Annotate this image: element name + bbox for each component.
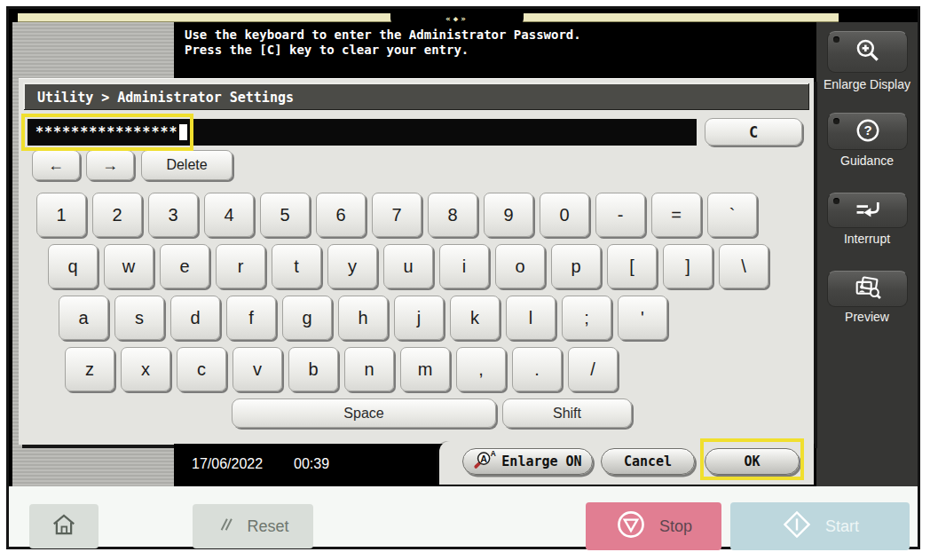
key-n[interactable]: n bbox=[344, 347, 394, 391]
key-w[interactable]: w bbox=[104, 244, 154, 288]
space-key[interactable]: Space bbox=[232, 398, 496, 428]
svg-text:A: A bbox=[491, 449, 496, 458]
message-area: Use the keyboard to enter the Administra… bbox=[174, 22, 815, 78]
clear-key[interactable]: C bbox=[705, 118, 802, 146]
cursor-left-key[interactable]: ← bbox=[32, 150, 80, 180]
key-7[interactable]: 7 bbox=[372, 193, 422, 237]
svg-text:?: ? bbox=[863, 122, 871, 138]
key-l[interactable]: l bbox=[506, 296, 556, 340]
cursor-right-key[interactable]: → bbox=[86, 150, 134, 180]
key-a[interactable]: a bbox=[59, 296, 108, 340]
keyboard-row-asdf: asdfghjkl;' bbox=[59, 296, 667, 340]
breadcrumb: Utility > Administrator Settings bbox=[23, 83, 808, 109]
stop-button[interactable]: Stop bbox=[586, 502, 721, 550]
led-indicator bbox=[833, 118, 839, 124]
enlarge-display-button[interactable] bbox=[827, 31, 908, 73]
key-m[interactable]: m bbox=[400, 347, 450, 391]
key-t[interactable]: t bbox=[272, 244, 321, 288]
reset-button[interactable]: Reset bbox=[193, 504, 313, 548]
password-input[interactable]: **************** bbox=[28, 119, 697, 146]
reset-label: Reset bbox=[247, 517, 288, 536]
ok-button[interactable]: OK bbox=[705, 448, 800, 475]
stop-icon bbox=[615, 509, 647, 545]
key-3[interactable]: 3 bbox=[148, 193, 198, 237]
enlarge-on-label: Enlarge ON bbox=[501, 454, 581, 469]
key-8[interactable]: 8 bbox=[428, 193, 477, 237]
enlarge-on-button[interactable]: AA Enlarge ON bbox=[462, 448, 593, 475]
key-`[interactable]: ` bbox=[707, 193, 757, 237]
key-c[interactable]: c bbox=[177, 347, 226, 391]
key--[interactable]: - bbox=[595, 193, 645, 237]
key-b[interactable]: b bbox=[288, 347, 338, 391]
key-s[interactable]: s bbox=[114, 296, 164, 340]
start-button[interactable]: Start bbox=[730, 502, 910, 550]
top-band: «◆» bbox=[9, 9, 918, 22]
reset-slashes-icon bbox=[217, 516, 234, 538]
key-y[interactable]: y bbox=[327, 244, 377, 288]
keyboard-row-qwerty: qwertyuiop[]\ bbox=[48, 244, 768, 288]
key-x[interactable]: x bbox=[121, 347, 170, 391]
key-i[interactable]: i bbox=[439, 244, 489, 288]
key-\[interactable]: \ bbox=[719, 244, 768, 288]
key-z[interactable]: z bbox=[65, 347, 114, 391]
interrupt-button[interactable] bbox=[827, 193, 908, 228]
key-f[interactable]: f bbox=[226, 296, 276, 340]
touchscreen: «◆» Use the keyboard to enter the Admini… bbox=[6, 6, 920, 549]
key-4[interactable]: 4 bbox=[204, 193, 254, 237]
guidance-label: Guidance bbox=[816, 154, 918, 169]
key-9[interactable]: 9 bbox=[484, 193, 533, 237]
key-r[interactable]: r bbox=[216, 244, 265, 288]
key-v[interactable]: v bbox=[232, 347, 282, 391]
key-e[interactable]: e bbox=[160, 244, 209, 288]
status-time: 00:39 bbox=[294, 456, 329, 472]
key-1[interactable]: 1 bbox=[36, 193, 86, 237]
home-icon bbox=[51, 512, 77, 541]
home-button[interactable] bbox=[29, 504, 99, 548]
led-indicator bbox=[833, 36, 839, 43]
key-,[interactable]: , bbox=[456, 347, 506, 391]
enlarge-display-label: Enlarge Display bbox=[816, 77, 918, 92]
svg-text:A: A bbox=[481, 454, 488, 464]
delete-key[interactable]: Delete bbox=[141, 150, 232, 180]
key-.[interactable]: . bbox=[512, 347, 562, 391]
key-d[interactable]: d bbox=[170, 296, 220, 340]
key-[[interactable]: [ bbox=[607, 244, 657, 288]
key-5[interactable]: 5 bbox=[260, 193, 310, 237]
preview-icon bbox=[854, 275, 882, 303]
key-2[interactable]: 2 bbox=[92, 193, 142, 237]
status-date: 17/06/2022 bbox=[192, 456, 263, 472]
message-line1: Use the keyboard to enter the Administra… bbox=[185, 28, 815, 43]
start-icon bbox=[781, 509, 813, 545]
question-icon: ? bbox=[855, 117, 881, 146]
key-u[interactable]: u bbox=[383, 244, 433, 288]
password-masked-value: **************** bbox=[35, 124, 178, 140]
key-6[interactable]: 6 bbox=[316, 193, 366, 237]
cancel-label: Cancel bbox=[624, 454, 672, 469]
key-o[interactable]: o bbox=[495, 244, 545, 288]
key-0[interactable]: 0 bbox=[540, 193, 589, 237]
sidebar: Enlarge Display ? Guidance Interrupt bbox=[816, 22, 918, 486]
shift-key[interactable]: Shift bbox=[502, 398, 632, 428]
keyboard-panel: Utility > Administrator Settings *******… bbox=[19, 78, 814, 445]
keyboard-row-zxcv: zxcvbnm,./ bbox=[65, 347, 618, 391]
device-bezel: «◆» Use the keyboard to enter the Admini… bbox=[0, 0, 930, 560]
enlarge-magnifier-icon: AA bbox=[473, 449, 498, 474]
zoom-in-icon bbox=[853, 36, 883, 67]
ok-label: OK bbox=[744, 454, 760, 469]
key-q[interactable]: q bbox=[48, 244, 98, 288]
key-p[interactable]: p bbox=[551, 244, 601, 288]
key-/[interactable]: / bbox=[568, 347, 618, 391]
key-'[interactable]: ' bbox=[618, 296, 667, 340]
key-k[interactable]: k bbox=[450, 296, 500, 340]
guidance-button[interactable]: ? bbox=[827, 113, 908, 150]
key-;[interactable]: ; bbox=[562, 296, 611, 340]
preview-button[interactable] bbox=[827, 271, 908, 307]
message-line2: Press the [C] key to clear your entry. bbox=[185, 43, 815, 58]
key-h[interactable]: h bbox=[338, 296, 388, 340]
dialog-action-bar: AA Enlarge ON Cancel OK bbox=[439, 441, 814, 485]
cancel-button[interactable]: Cancel bbox=[601, 448, 695, 475]
key-=[interactable]: = bbox=[651, 193, 701, 237]
key-g[interactable]: g bbox=[282, 296, 332, 340]
key-][interactable]: ] bbox=[663, 244, 713, 288]
key-j[interactable]: j bbox=[394, 296, 444, 340]
